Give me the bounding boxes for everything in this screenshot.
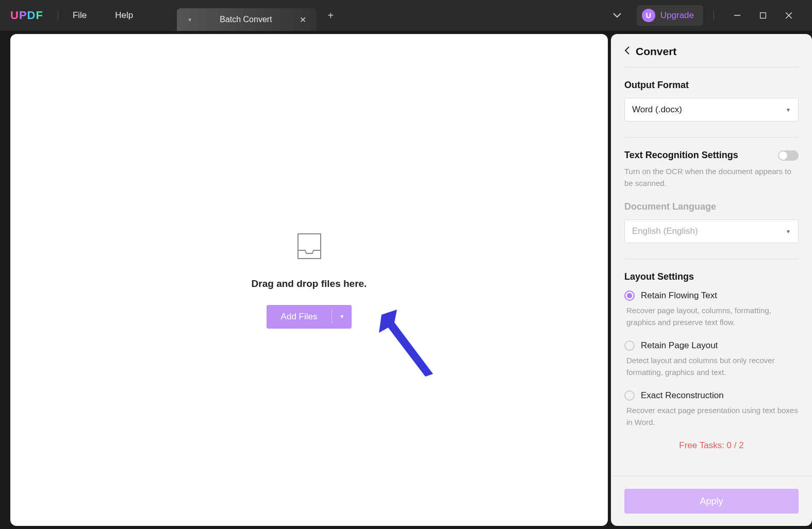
radio-icon xyxy=(624,291,635,301)
radio-row[interactable]: Retain Page Layout xyxy=(624,340,799,351)
close-button[interactable] xyxy=(776,5,802,26)
layout-settings-label: Layout Settings xyxy=(624,271,799,282)
workspace: Drag and drop files here. Add Files ▼ Co… xyxy=(0,31,812,529)
chevron-down-icon: ▼ xyxy=(786,107,791,113)
drop-area[interactable]: Drag and drop files here. Add Files ▼ xyxy=(10,34,608,526)
upgrade-badge-icon: U xyxy=(642,9,655,22)
minimize-button[interactable] xyxy=(724,5,750,26)
panel-header: Convert xyxy=(611,34,812,67)
radio-icon xyxy=(624,340,635,351)
back-icon[interactable] xyxy=(624,46,629,57)
divider xyxy=(624,259,799,259)
tab-close-icon[interactable]: ✕ xyxy=(300,15,306,25)
ocr-toggle[interactable] xyxy=(778,150,799,161)
apply-area: Apply xyxy=(611,476,812,526)
chevron-down-icon[interactable]: ▼ xyxy=(332,314,352,319)
svg-rect-1 xyxy=(760,13,766,19)
select-value: Word (.docx) xyxy=(632,105,786,115)
language-select[interactable]: English (English) ▼ xyxy=(624,219,799,243)
drop-text: Drag and drop files here. xyxy=(252,278,367,289)
toggle-knob xyxy=(779,151,787,160)
upgrade-button[interactable]: U Upgrade xyxy=(637,5,703,26)
radio-label: Retain Flowing Text xyxy=(641,291,717,301)
divider xyxy=(58,10,58,21)
menu-help[interactable]: Help xyxy=(115,10,133,21)
app-logo: UPDF xyxy=(10,9,43,22)
panel-title: Convert xyxy=(636,45,676,58)
radio-label: Retain Page Layout xyxy=(641,340,718,351)
select-value: English (English) xyxy=(632,226,786,236)
divider xyxy=(624,67,799,67)
radio-description: Recover page layout, columns, formatting… xyxy=(626,305,799,328)
convert-panel: Convert Output Format Word (.docx) ▼ Tex… xyxy=(611,34,812,526)
ocr-row: Text Recognition Settings xyxy=(624,150,799,161)
tab-label: Batch Convert xyxy=(220,15,272,24)
radio-description: Detect layout and columns but only recov… xyxy=(626,355,799,378)
maximize-button[interactable] xyxy=(750,5,776,26)
divider xyxy=(714,11,714,20)
language-label: Document Language xyxy=(624,201,799,212)
add-files-label: Add Files xyxy=(267,312,332,322)
radio-description: Recover exact page presentation using te… xyxy=(626,405,799,428)
tab-area: ▼ Batch Convert ✕ + xyxy=(177,0,334,31)
divider xyxy=(624,137,799,138)
radio-row[interactable]: Exact Reconstruction xyxy=(624,390,799,401)
add-files-button[interactable]: Add Files ▼ xyxy=(267,305,352,329)
svg-rect-0 xyxy=(734,15,740,16)
titlebar: UPDF File Help ▼ Batch Convert ✕ + U Upg… xyxy=(0,0,812,31)
ocr-label: Text Recognition Settings xyxy=(624,150,738,161)
radio-row[interactable]: Retain Flowing Text xyxy=(624,291,799,301)
radio-retain-flowing: Retain Flowing Text Recover page layout,… xyxy=(624,291,799,328)
output-format-label: Output Format xyxy=(624,80,799,91)
apply-button[interactable]: Apply xyxy=(624,489,799,514)
cursor-arrow-annotation xyxy=(374,307,441,381)
new-tab-button[interactable]: + xyxy=(328,10,334,22)
free-tasks-text: Free Tasks: 0 / 2 xyxy=(624,440,799,451)
history-dropdown-icon[interactable] xyxy=(613,11,621,20)
menu-file[interactable]: File xyxy=(73,10,87,21)
radio-icon xyxy=(624,390,635,401)
window-controls xyxy=(714,5,802,26)
chevron-down-icon: ▼ xyxy=(786,229,791,234)
radio-retain-page-layout: Retain Page Layout Detect layout and col… xyxy=(624,340,799,378)
titlebar-right: U Upgrade xyxy=(613,5,802,26)
upgrade-label: Upgrade xyxy=(660,10,694,21)
radio-exact-reconstruction: Exact Reconstruction Recover exact page … xyxy=(624,390,799,428)
inbox-icon xyxy=(294,232,325,263)
radio-label: Exact Reconstruction xyxy=(641,390,724,401)
panel-body: Output Format Word (.docx) ▼ Text Recogn… xyxy=(611,67,812,476)
tab-menu-icon[interactable]: ▼ xyxy=(187,17,192,23)
output-format-select[interactable]: Word (.docx) ▼ xyxy=(624,98,799,122)
tab-batch-convert[interactable]: ▼ Batch Convert ✕ xyxy=(177,8,316,31)
ocr-description: Turn on the OCR when the document appear… xyxy=(624,166,799,189)
